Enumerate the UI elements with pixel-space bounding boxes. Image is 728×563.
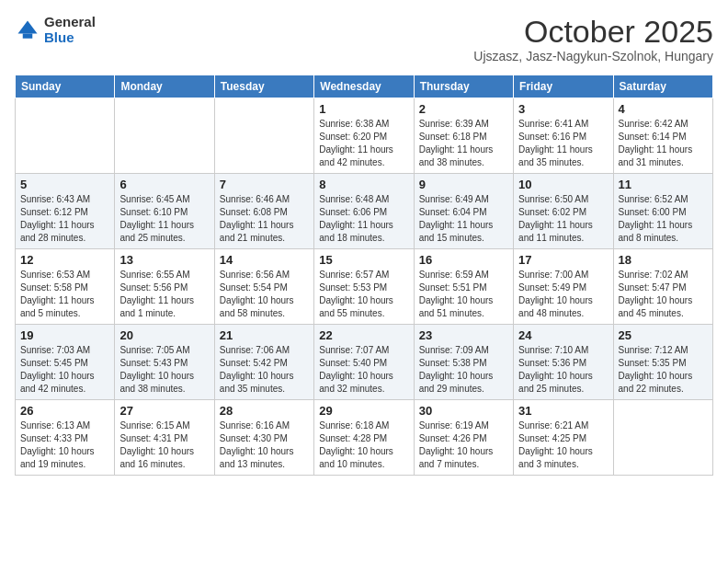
logo: General Blue bbox=[15, 15, 96, 45]
calendar-week-row: 26Sunrise: 6:13 AM Sunset: 4:33 PM Dayli… bbox=[16, 400, 713, 476]
day-info: Sunrise: 7:02 AM Sunset: 5:47 PM Dayligh… bbox=[619, 269, 708, 320]
day-number: 18 bbox=[619, 253, 708, 267]
day-info: Sunrise: 6:16 AM Sunset: 4:30 PM Dayligh… bbox=[220, 419, 309, 471]
day-number: 8 bbox=[319, 178, 408, 191]
calendar-cell: 19Sunrise: 7:03 AM Sunset: 5:45 PM Dayli… bbox=[16, 325, 115, 400]
day-number: 29 bbox=[319, 404, 408, 418]
calendar-cell: 20Sunrise: 7:05 AM Sunset: 5:43 PM Dayli… bbox=[115, 325, 214, 400]
page-header: General Blue October 2025 Ujszasz, Jasz-… bbox=[15, 15, 713, 63]
day-number: 31 bbox=[518, 404, 608, 418]
calendar-cell: 9Sunrise: 6:49 AM Sunset: 6:04 PM Daylig… bbox=[414, 174, 513, 249]
day-number: 19 bbox=[20, 328, 109, 342]
day-info: Sunrise: 6:13 AM Sunset: 4:33 PM Dayligh… bbox=[20, 419, 109, 471]
day-number: 12 bbox=[20, 253, 109, 267]
calendar-week-row: 19Sunrise: 7:03 AM Sunset: 5:45 PM Dayli… bbox=[16, 325, 713, 400]
title-section: October 2025 Ujszasz, Jasz-Nagykun-Szoln… bbox=[473, 15, 713, 63]
day-info: Sunrise: 7:00 AM Sunset: 5:49 PM Dayligh… bbox=[518, 269, 608, 320]
calendar-cell bbox=[613, 400, 712, 476]
day-info: Sunrise: 6:55 AM Sunset: 5:56 PM Dayligh… bbox=[119, 269, 209, 320]
calendar-header-row: SundayMondayTuesdayWednesdayThursdayFrid… bbox=[16, 75, 713, 98]
weekday-header: Thursday bbox=[414, 75, 513, 98]
day-info: Sunrise: 6:38 AM Sunset: 6:20 PM Dayligh… bbox=[319, 118, 408, 169]
logo-general-label: General bbox=[44, 15, 96, 30]
calendar-cell: 26Sunrise: 6:13 AM Sunset: 4:33 PM Dayli… bbox=[16, 400, 115, 476]
calendar-cell: 8Sunrise: 6:48 AM Sunset: 6:06 PM Daylig… bbox=[314, 174, 414, 249]
calendar-cell: 18Sunrise: 7:02 AM Sunset: 5:47 PM Dayli… bbox=[613, 249, 712, 325]
calendar-cell: 16Sunrise: 6:59 AM Sunset: 5:51 PM Dayli… bbox=[414, 249, 513, 325]
day-info: Sunrise: 6:50 AM Sunset: 6:02 PM Dayligh… bbox=[518, 193, 608, 245]
calendar-cell: 23Sunrise: 7:09 AM Sunset: 5:38 PM Dayli… bbox=[414, 325, 513, 400]
calendar-week-row: 5Sunrise: 6:43 AM Sunset: 6:12 PM Daylig… bbox=[16, 174, 713, 249]
calendar-table: SundayMondayTuesdayWednesdayThursdayFrid… bbox=[15, 75, 713, 476]
calendar-cell: 31Sunrise: 6:21 AM Sunset: 4:25 PM Dayli… bbox=[514, 400, 613, 476]
weekday-header: Saturday bbox=[613, 75, 712, 98]
calendar-cell bbox=[214, 98, 313, 174]
day-number: 7 bbox=[220, 178, 309, 191]
day-info: Sunrise: 6:56 AM Sunset: 5:54 PM Dayligh… bbox=[220, 269, 309, 320]
calendar-title: October 2025 bbox=[473, 15, 713, 49]
day-number: 11 bbox=[619, 178, 708, 191]
day-info: Sunrise: 7:03 AM Sunset: 5:45 PM Dayligh… bbox=[20, 344, 109, 396]
day-number: 30 bbox=[419, 404, 508, 418]
calendar-cell: 10Sunrise: 6:50 AM Sunset: 6:02 PM Dayli… bbox=[514, 174, 613, 249]
day-info: Sunrise: 6:19 AM Sunset: 4:26 PM Dayligh… bbox=[419, 419, 508, 471]
logo-text: General Blue bbox=[44, 15, 96, 45]
day-number: 1 bbox=[319, 102, 408, 116]
day-number: 3 bbox=[518, 102, 608, 116]
day-number: 6 bbox=[119, 178, 209, 191]
day-info: Sunrise: 7:09 AM Sunset: 5:38 PM Dayligh… bbox=[419, 344, 508, 396]
calendar-cell: 5Sunrise: 6:43 AM Sunset: 6:12 PM Daylig… bbox=[16, 174, 115, 249]
day-info: Sunrise: 6:57 AM Sunset: 5:53 PM Dayligh… bbox=[319, 269, 408, 320]
day-number: 14 bbox=[220, 253, 309, 267]
day-number: 17 bbox=[518, 253, 608, 267]
calendar-cell: 6Sunrise: 6:45 AM Sunset: 6:10 PM Daylig… bbox=[115, 174, 214, 249]
day-info: Sunrise: 6:21 AM Sunset: 4:25 PM Dayligh… bbox=[518, 419, 608, 471]
day-number: 13 bbox=[119, 253, 209, 267]
calendar-cell: 3Sunrise: 6:41 AM Sunset: 6:16 PM Daylig… bbox=[514, 98, 613, 174]
svg-rect-1 bbox=[23, 33, 33, 38]
day-info: Sunrise: 6:48 AM Sunset: 6:06 PM Dayligh… bbox=[319, 193, 408, 245]
day-number: 25 bbox=[619, 328, 708, 342]
calendar-cell: 17Sunrise: 7:00 AM Sunset: 5:49 PM Dayli… bbox=[514, 249, 613, 325]
weekday-header: Wednesday bbox=[314, 75, 414, 98]
calendar-cell: 24Sunrise: 7:10 AM Sunset: 5:36 PM Dayli… bbox=[514, 325, 613, 400]
day-info: Sunrise: 6:45 AM Sunset: 6:10 PM Dayligh… bbox=[119, 193, 209, 245]
day-info: Sunrise: 7:12 AM Sunset: 5:35 PM Dayligh… bbox=[619, 344, 708, 396]
calendar-cell: 12Sunrise: 6:53 AM Sunset: 5:58 PM Dayli… bbox=[16, 249, 115, 325]
day-number: 20 bbox=[119, 328, 209, 342]
calendar-cell: 28Sunrise: 6:16 AM Sunset: 4:30 PM Dayli… bbox=[214, 400, 313, 476]
day-info: Sunrise: 6:39 AM Sunset: 6:18 PM Dayligh… bbox=[419, 118, 508, 169]
calendar-cell bbox=[16, 98, 115, 174]
calendar-cell bbox=[115, 98, 214, 174]
day-number: 21 bbox=[220, 328, 309, 342]
day-info: Sunrise: 6:59 AM Sunset: 5:51 PM Dayligh… bbox=[419, 269, 508, 320]
day-info: Sunrise: 6:52 AM Sunset: 6:00 PM Dayligh… bbox=[619, 193, 708, 245]
day-number: 2 bbox=[419, 102, 508, 116]
calendar-cell: 25Sunrise: 7:12 AM Sunset: 5:35 PM Dayli… bbox=[613, 325, 712, 400]
calendar-cell: 1Sunrise: 6:38 AM Sunset: 6:20 PM Daylig… bbox=[314, 98, 414, 174]
day-info: Sunrise: 6:15 AM Sunset: 4:31 PM Dayligh… bbox=[119, 419, 209, 471]
logo-icon bbox=[15, 17, 40, 43]
calendar-week-row: 12Sunrise: 6:53 AM Sunset: 5:58 PM Dayli… bbox=[16, 249, 713, 325]
calendar-cell: 27Sunrise: 6:15 AM Sunset: 4:31 PM Dayli… bbox=[115, 400, 214, 476]
calendar-cell: 22Sunrise: 7:07 AM Sunset: 5:40 PM Dayli… bbox=[314, 325, 414, 400]
weekday-header: Monday bbox=[115, 75, 214, 98]
calendar-week-row: 1Sunrise: 6:38 AM Sunset: 6:20 PM Daylig… bbox=[16, 98, 713, 174]
day-info: Sunrise: 6:42 AM Sunset: 6:14 PM Dayligh… bbox=[619, 118, 708, 169]
day-number: 26 bbox=[20, 404, 109, 418]
day-number: 9 bbox=[419, 178, 508, 191]
day-info: Sunrise: 6:43 AM Sunset: 6:12 PM Dayligh… bbox=[20, 193, 109, 245]
calendar-cell: 2Sunrise: 6:39 AM Sunset: 6:18 PM Daylig… bbox=[414, 98, 513, 174]
weekday-header: Sunday bbox=[16, 75, 115, 98]
day-number: 5 bbox=[20, 178, 109, 191]
calendar-cell: 29Sunrise: 6:18 AM Sunset: 4:28 PM Dayli… bbox=[314, 400, 414, 476]
weekday-header: Friday bbox=[514, 75, 613, 98]
day-number: 15 bbox=[319, 253, 408, 267]
calendar-cell: 4Sunrise: 6:42 AM Sunset: 6:14 PM Daylig… bbox=[613, 98, 712, 174]
logo-blue-label: Blue bbox=[44, 30, 96, 46]
calendar-cell: 21Sunrise: 7:06 AM Sunset: 5:42 PM Dayli… bbox=[214, 325, 313, 400]
day-info: Sunrise: 7:06 AM Sunset: 5:42 PM Dayligh… bbox=[220, 344, 309, 396]
day-number: 28 bbox=[220, 404, 309, 418]
day-number: 23 bbox=[419, 328, 508, 342]
day-number: 22 bbox=[319, 328, 408, 342]
